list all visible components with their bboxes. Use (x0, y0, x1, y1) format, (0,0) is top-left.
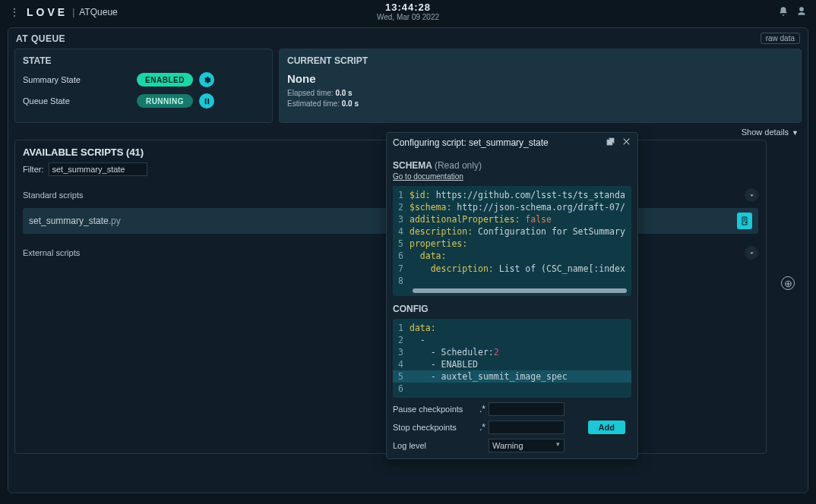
filter-input[interactable] (49, 162, 147, 176)
elapsed-value: 0.0 s (335, 89, 352, 97)
gear-icon[interactable] (199, 72, 214, 87)
bell-icon[interactable] (778, 6, 789, 19)
clock-date: Wed, Mar 09 2022 (377, 13, 439, 21)
pause-icon[interactable] (199, 93, 214, 109)
filter-label: Filter: (23, 165, 44, 174)
pause-checkpoints-input[interactable] (489, 402, 565, 416)
page-title: ATQueue (79, 7, 117, 17)
dialog-title: Configuring script: set_summary_state (393, 137, 549, 148)
schema-heading: SCHEMA (Read only) (393, 160, 631, 171)
current-script-panel: CURRENT SCRIPT None Elapsed time: 0.0 s … (279, 49, 802, 123)
summary-state-badge: ENABLED (137, 73, 193, 87)
schema-code-block: 1$id: https://github.com/lsst-ts/ts_stan… (393, 186, 631, 296)
horizontal-scrollbar[interactable] (413, 288, 627, 293)
documentation-link[interactable]: Go to documentation (393, 172, 463, 181)
current-script-heading: CURRENT SCRIPT (287, 55, 793, 66)
summary-state-label: Summary State (23, 75, 137, 84)
stop-checkpoints-label: Stop checkpoints (393, 423, 476, 432)
pop-out-icon[interactable] (606, 137, 615, 149)
available-scripts-heading: AVAILABLE SCRIPTS (41) (23, 146, 144, 158)
close-icon[interactable] (621, 137, 631, 149)
divider: | (72, 7, 74, 17)
loglevel-select[interactable]: Warning (489, 439, 565, 452)
add-icon[interactable]: ⊕ (781, 276, 795, 290)
loglevel-label: Log level (393, 441, 489, 450)
drag-handle-icon[interactable]: ⋮ (9, 6, 21, 18)
chevron-down-icon (745, 188, 758, 202)
estimated-label: Estimated time: (287, 99, 340, 108)
configure-script-dialog: Configuring script: set_summary_state SC… (386, 132, 638, 459)
config-heading: CONFIG (393, 304, 631, 314)
add-button[interactable]: Add (588, 421, 625, 434)
clock-time: 13:44:28 (377, 2, 439, 13)
app-logo: LOVE (27, 6, 68, 18)
current-script-name: None (287, 72, 793, 85)
chevron-down-icon (745, 246, 758, 260)
script-name: set_summary_state (29, 216, 109, 226)
pause-checkpoints-label: Pause checkpoints (393, 405, 476, 414)
launch-script-button[interactable] (737, 213, 752, 229)
panel-heading: AT QUEUE (16, 33, 65, 44)
user-icon[interactable] (796, 6, 807, 19)
queue-state-badge: RUNNING (137, 94, 193, 108)
elapsed-label: Elapsed time: (287, 89, 334, 97)
stop-checkpoints-input[interactable] (489, 421, 565, 434)
script-ext: .py (109, 216, 121, 226)
raw-data-button[interactable]: raw data (761, 33, 800, 44)
estimated-value: 0.0 s (342, 99, 359, 108)
queue-state-label: Queue State (23, 96, 137, 106)
state-heading: STATE (23, 55, 264, 66)
state-panel: STATE Summary State ENABLED Queue State … (14, 49, 273, 123)
config-code-block[interactable]: 1data: 2 - 3 - Scheduler:2 4 - ENABLED 5… (393, 319, 631, 398)
